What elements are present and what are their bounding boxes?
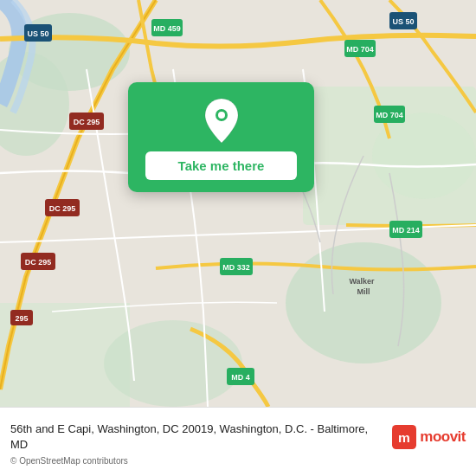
svg-text:DC 295: DC 295: [74, 118, 100, 126]
svg-point-6: [104, 320, 242, 407]
svg-text:295: 295: [15, 314, 28, 323]
map-container: US 50 US 50 MD 459 MD 704 MD 704 DC 295 …: [0, 0, 476, 407]
svg-text:Walker: Walker: [349, 277, 375, 286]
svg-point-7: [372, 113, 476, 199]
moovit-label: moovit: [420, 428, 466, 446]
footer: 56th and E Capi, Washington, DC 20019, W…: [0, 407, 476, 476]
svg-text:US 50: US 50: [27, 29, 48, 38]
svg-text:m: m: [398, 430, 410, 445]
svg-text:MD 704: MD 704: [376, 111, 403, 119]
svg-text:MD 459: MD 459: [153, 24, 181, 33]
svg-text:Mill: Mill: [357, 287, 370, 296]
take-me-there-button[interactable]: Take me there: [145, 151, 297, 180]
svg-text:MD 214: MD 214: [392, 226, 420, 235]
footer-top: 56th and E Capi, Washington, DC 20019, W…: [10, 421, 466, 453]
svg-point-35: [218, 112, 225, 119]
svg-text:MD 332: MD 332: [222, 263, 250, 272]
moovit-icon: m: [392, 425, 416, 449]
svg-point-4: [286, 242, 441, 363]
svg-text:DC 295: DC 295: [25, 258, 52, 267]
location-card: Take me there: [128, 82, 314, 192]
moovit-logo: m moovit: [392, 425, 466, 449]
svg-text:US 50: US 50: [392, 17, 414, 26]
svg-text:MD 704: MD 704: [346, 45, 374, 54]
svg-text:DC 295: DC 295: [49, 204, 76, 213]
svg-text:MD 4: MD 4: [231, 373, 250, 382]
osm-credit: © OpenStreetMap contributors: [10, 456, 466, 466]
pin-icon: [199, 98, 244, 143]
address-text: 56th and E Capi, Washington, DC 20019, W…: [10, 421, 383, 453]
